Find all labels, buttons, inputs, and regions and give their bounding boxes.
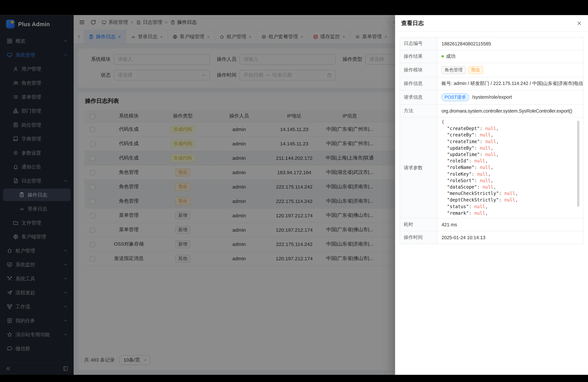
status-text: 成功 bbox=[446, 54, 456, 59]
detail-label: 请求信息 bbox=[400, 90, 438, 105]
scrollbar-thumb[interactable] bbox=[577, 121, 580, 207]
detail-row-op-time: 操作时间2025-01-24 10:14:13 bbox=[400, 231, 583, 244]
code-line: { bbox=[441, 119, 579, 126]
detail-value-request: POST请求/system/role/export bbox=[438, 90, 583, 105]
detail-row-info: 操作信息账号: admin / 研发部门 / 222.175.114.242 /… bbox=[400, 77, 583, 90]
code-line: "createTime": null, bbox=[441, 139, 579, 145]
detail-label: 日志编号 bbox=[400, 37, 438, 50]
detail-label: 操作结果 bbox=[400, 50, 438, 63]
top-letterbox bbox=[0, 0, 588, 15]
detail-label: 操作模块 bbox=[400, 63, 438, 77]
detail-row-result: 操作结果成功 bbox=[400, 50, 583, 63]
code-line: "deptCheckStrictly": null, bbox=[441, 197, 579, 204]
code-line: "createBy": null, bbox=[441, 132, 579, 139]
detail-label: 请求参数 bbox=[400, 117, 438, 218]
code-line: "updateTime": null, bbox=[441, 151, 579, 158]
close-icon[interactable] bbox=[576, 21, 582, 26]
detail-value-duration: 421 ms bbox=[438, 218, 583, 231]
bottom-letterbox bbox=[0, 375, 588, 382]
detail-row-request: 请求信息POST请求/system/role/export bbox=[400, 90, 583, 105]
detail-row-module: 操作模块角色管理导出 bbox=[400, 63, 583, 77]
screen: Plus Admin 概览系统管理用户管理角色管理菜单管理部门管理岗位管理字典管… bbox=[0, 0, 588, 382]
detail-label: 方法 bbox=[400, 105, 438, 117]
code-line: "status": null, bbox=[441, 204, 579, 210]
detail-row-log-id: 日志编号1882612840802115585 bbox=[400, 37, 583, 50]
detail-label: 操作时间 bbox=[400, 231, 438, 244]
detail-label: 耗时 bbox=[400, 218, 438, 231]
drawer-title: 查看日志 bbox=[401, 20, 424, 27]
drawer-body: 日志编号1882612840802115585操作结果成功操作模块角色管理导出操… bbox=[395, 32, 588, 375]
request-params-json[interactable]: { "createDept": null, "createBy": null, … bbox=[441, 119, 579, 216]
request-url: /system/role/export bbox=[472, 94, 512, 100]
detail-row-params: 请求参数{ "createDept": null, "createBy": nu… bbox=[400, 117, 583, 218]
drawer-header: 查看日志 bbox=[395, 15, 588, 32]
code-line: "roleKey": null, bbox=[441, 171, 579, 178]
detail-row-duration: 耗时421 ms bbox=[400, 218, 583, 231]
detail-value-op-time: 2025-01-24 10:14:13 bbox=[438, 231, 583, 244]
view-log-drawer: 查看日志 日志编号1882612840802115585操作结果成功操作模块角色… bbox=[395, 15, 588, 375]
detail-value-method: org.dromara.system.controller.system.Sys… bbox=[438, 105, 583, 117]
detail-value-params: { "createDept": null, "createBy": null, … bbox=[438, 117, 583, 218]
log-detail-table: 日志编号1882612840802115585操作结果成功操作模块角色管理导出操… bbox=[400, 37, 584, 244]
code-line: "updateBy": null, bbox=[441, 145, 579, 152]
detail-value-info: 账号: admin / 研发部门 / 222.175.114.242 / 中国|… bbox=[438, 77, 583, 90]
module-tag: 导出 bbox=[468, 66, 483, 74]
detail-value-log-id: 1882612840802115585 bbox=[438, 37, 583, 50]
detail-value-module: 角色管理导出 bbox=[438, 63, 583, 77]
success-dot-icon bbox=[441, 55, 444, 58]
module-tag: 角色管理 bbox=[441, 66, 466, 74]
code-line: "createDept": null, bbox=[441, 126, 579, 132]
detail-value-result: 成功 bbox=[438, 50, 583, 63]
detail-row-method: 方法org.dromara.system.controller.system.S… bbox=[400, 105, 583, 117]
detail-label: 操作信息 bbox=[400, 77, 438, 90]
code-line: "menuCheckStrictly": null, bbox=[441, 191, 579, 197]
code-line: "roleName": null, bbox=[441, 165, 579, 171]
code-line: "dataScope": null, bbox=[441, 184, 579, 191]
code-line: "roleSort": null, bbox=[441, 177, 579, 184]
code-line: "roleId": null, bbox=[441, 158, 579, 165]
http-method-tag: POST请求 bbox=[441, 93, 469, 101]
code-line: "remark": null, bbox=[441, 210, 579, 216]
